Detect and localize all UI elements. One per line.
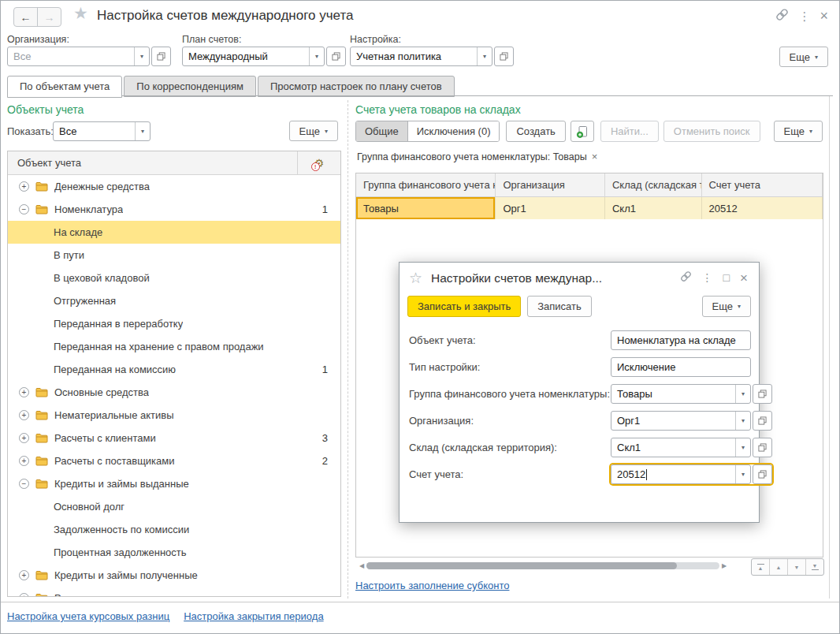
tree-row[interactable]: Отгруженная [8, 289, 340, 312]
go-down-button[interactable]: ▼ [787, 559, 805, 575]
warehouse-input[interactable]: Скл1▾ [611, 438, 751, 457]
tree-row[interactable]: Процентная задолженность [8, 541, 340, 564]
account-open-button[interactable] [753, 464, 772, 484]
link-icon[interactable] [680, 270, 692, 285]
tree-row[interactable]: +Основные средства [8, 381, 340, 404]
dropdown-arrow-icon[interactable]: ▾ [735, 412, 750, 430]
toggle-common[interactable]: Общие [356, 121, 408, 141]
dropdown-arrow-icon[interactable]: ▾ [477, 47, 492, 65]
scroll-right-icon[interactable]: ▶ [719, 562, 729, 569]
tab-by-correspondences[interactable]: По корреспонденциям [124, 76, 256, 97]
remove-filter-icon[interactable]: × [592, 151, 598, 162]
collapse-icon[interactable]: − [19, 204, 29, 214]
tree-row[interactable]: −Номенклатура1 [8, 198, 340, 221]
go-first-button[interactable]: ▲ [752, 559, 769, 575]
fin-group-open-button[interactable] [753, 384, 772, 404]
tree-row[interactable]: На складе [8, 221, 340, 244]
scroll-left-icon[interactable]: ◀ [357, 562, 366, 569]
menu-kebab-icon[interactable]: ⋮ [798, 10, 810, 22]
tree-row[interactable]: Переданная в переработку [8, 312, 340, 335]
dropdown-arrow-icon[interactable]: ▾ [134, 47, 149, 65]
table-cell[interactable]: Орг1 [496, 197, 605, 219]
create-button[interactable]: Создать [506, 121, 565, 142]
tree-row[interactable]: −Кредиты и займы выданные [8, 472, 340, 495]
account-input[interactable]: 20512▾ [611, 464, 751, 484]
period-closing-link[interactable]: Настройка закрытия периода [184, 610, 323, 622]
expand-icon[interactable]: + [19, 570, 29, 580]
organization-open-button[interactable] [151, 47, 171, 66]
object-input[interactable]: Номенклатура на складе [611, 330, 751, 350]
tree-row[interactable]: +Денежные средства [8, 175, 340, 198]
link-icon[interactable] [775, 8, 789, 24]
dropdown-arrow-icon[interactable]: ▾ [735, 465, 750, 483]
table-cell[interactable]: Товары [356, 197, 496, 219]
close-dialog-icon[interactable]: × [740, 272, 748, 284]
tree-row[interactable]: Переданная на хранение с правом продажи [8, 335, 340, 358]
table-column-header[interactable]: Счет учета [702, 173, 823, 196]
tree-row[interactable]: +Расчеты с поставщиками2 [8, 449, 340, 472]
dialog-more-button[interactable]: Еще▾ [702, 296, 751, 317]
expand-icon[interactable]: + [19, 593, 29, 597]
tree-row[interactable]: Переданная на комиссию1 [8, 358, 340, 381]
go-up-button[interactable]: ▲ [769, 559, 787, 575]
scrollbar-thumb[interactable] [366, 562, 677, 569]
save-button[interactable]: Записать [527, 296, 592, 317]
cancel-search-button[interactable]: Отменить поиск [663, 121, 760, 142]
header-more-button[interactable]: Еще▾ [779, 47, 828, 67]
go-last-button[interactable]: ▼ [805, 559, 823, 575]
expand-icon[interactable]: + [19, 387, 29, 397]
tab-by-accounting-objects[interactable]: По объектам учета [7, 76, 122, 98]
tree-row[interactable]: В цеховой кладовой [8, 267, 340, 289]
right-panel-more-button[interactable]: Еще▾ [774, 121, 823, 142]
close-window-icon[interactable]: × [820, 9, 828, 22]
collapse-icon[interactable]: − [19, 479, 29, 489]
show-filter-select[interactable]: Все ▾ [53, 121, 151, 141]
organization-input[interactable]: Все ▾ [7, 47, 150, 66]
tree-header[interactable]: Объект учета ⚙! [8, 151, 340, 175]
table-column-header[interactable]: Склад (складская т... [605, 173, 702, 196]
tree-row[interactable]: Задолженность по комиссии [8, 518, 340, 541]
tree-row[interactable]: +Расчеты с клиентами3 [8, 427, 340, 449]
menu-kebab-icon[interactable]: ⋮ [702, 272, 713, 283]
table-column-header[interactable]: Группа финансового учета но... [356, 173, 496, 196]
table-cell[interactable]: Скл1 [605, 197, 702, 219]
create-copy-button[interactable] [571, 121, 594, 142]
table-cell[interactable]: 20512 [702, 197, 823, 219]
expand-icon[interactable]: + [19, 410, 29, 420]
warehouse-open-button[interactable] [753, 438, 772, 457]
configure-subconto-link[interactable]: Настроить заполнение субконто [355, 580, 509, 591]
setting-type-input[interactable]: Исключение [611, 357, 751, 377]
tree-row[interactable]: +Нематериальные активы [8, 404, 340, 427]
tree-settings-column[interactable]: ⚙! [297, 151, 340, 174]
dropdown-arrow-icon[interactable]: ▾ [735, 385, 750, 403]
expand-icon[interactable]: + [19, 433, 29, 443]
maximize-icon[interactable]: □ [723, 272, 730, 283]
tree-row[interactable]: Основной долг [8, 495, 340, 518]
expand-icon[interactable]: + [19, 181, 29, 192]
tree-row[interactable]: +Расчеты с сотрудниками [8, 587, 340, 597]
scrollbar-track[interactable] [366, 562, 719, 569]
exchange-differences-link[interactable]: Настройка учета курсовых разниц [7, 610, 169, 622]
toggle-exceptions[interactable]: Исключения (0) [408, 121, 500, 141]
organization-open-button[interactable] [753, 411, 772, 431]
dropdown-arrow-icon[interactable]: ▾ [735, 438, 750, 457]
tab-view-settings-by-chart[interactable]: Просмотр настроек по плану счетов [258, 76, 455, 97]
find-button[interactable]: Найти... [600, 121, 659, 142]
favorite-star-icon[interactable]: ★ [73, 4, 88, 23]
back-button[interactable]: ← [14, 8, 38, 26]
horizontal-scrollbar[interactable]: ◀ ▶ [357, 561, 729, 571]
save-and-close-button[interactable]: Записать и закрыть [407, 296, 521, 317]
setting-open-button[interactable] [494, 47, 514, 66]
left-panel-more-button[interactable]: Еще▾ [289, 121, 338, 141]
chart-of-accounts-open-button[interactable] [326, 47, 346, 66]
chart-of-accounts-input[interactable]: Международный ▾ [182, 47, 325, 66]
favorite-star-outline-icon[interactable]: ☆ [409, 269, 422, 287]
organization-input[interactable]: Орг1▾ [611, 411, 751, 431]
table-row[interactable]: ТоварыОрг1Скл120512 [356, 197, 823, 219]
dropdown-arrow-icon[interactable]: ▾ [135, 122, 150, 140]
tree-row[interactable]: В пути [8, 244, 340, 267]
expand-icon[interactable]: + [19, 456, 29, 466]
dropdown-arrow-icon[interactable]: ▾ [309, 47, 324, 65]
table-column-header[interactable]: Организация [496, 173, 605, 196]
setting-input[interactable]: Учетная политика ▾ [350, 47, 492, 66]
